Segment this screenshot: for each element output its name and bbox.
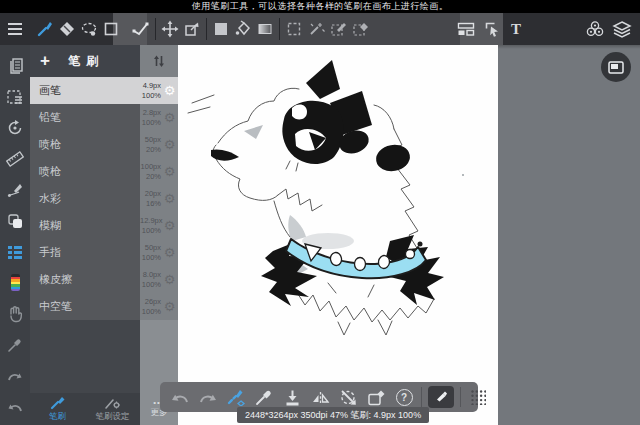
pen-nib-icon bbox=[6, 181, 24, 199]
brush-settings-gear[interactable]: ⚙ bbox=[161, 110, 178, 125]
rectangle-icon bbox=[102, 20, 120, 38]
pen-tool-button[interactable] bbox=[4, 179, 26, 200]
select-pen-icon bbox=[329, 20, 347, 38]
brush-settings-gear[interactable]: ⚙ bbox=[161, 299, 178, 314]
marquee-select-button[interactable] bbox=[283, 16, 305, 42]
brush-tool-button[interactable] bbox=[34, 16, 56, 42]
redo-arrow-icon bbox=[198, 390, 218, 405]
brush-panel-tabs: 笔刷 笔刷设定 ••• 更多 bbox=[30, 393, 178, 425]
brush-row[interactable]: 模糊 12.9px100% ⚙ bbox=[30, 212, 178, 239]
dashed-square-icon bbox=[285, 20, 303, 38]
eraser-tool-button[interactable] bbox=[56, 16, 78, 42]
gradient-tool-button[interactable] bbox=[254, 16, 276, 42]
brush-row[interactable]: 水彩 20px16% ⚙ bbox=[30, 185, 178, 212]
layers-icon bbox=[612, 20, 632, 39]
brush-settings-gear[interactable]: ⚙ bbox=[161, 272, 178, 287]
brush-settings-gear[interactable]: ⚙ bbox=[161, 137, 178, 152]
color-bar-button[interactable] bbox=[4, 272, 26, 293]
ruler-button[interactable] bbox=[4, 148, 26, 169]
brush-settings-gear[interactable]: ⚙ bbox=[161, 191, 178, 206]
brush-list-icon bbox=[6, 244, 24, 260]
tab-brush-settings[interactable]: 笔刷设定 bbox=[85, 393, 140, 425]
bucket-icon bbox=[234, 20, 252, 38]
select-eraser-button[interactable] bbox=[349, 16, 371, 42]
reset-rotation-icon bbox=[339, 388, 357, 406]
layers-button[interactable] bbox=[608, 16, 636, 42]
hamburger-icon bbox=[6, 22, 24, 36]
brush-settings-gear[interactable]: ⚙ bbox=[161, 164, 178, 179]
pages-button[interactable] bbox=[4, 55, 26, 76]
brush-row[interactable]: 手指 50px100% ⚙ bbox=[30, 239, 178, 266]
brush-list-button[interactable] bbox=[4, 241, 26, 262]
rectangle-tool-button[interactable] bbox=[100, 16, 122, 42]
eraser-diamond-icon bbox=[58, 20, 76, 38]
brush-row[interactable]: 喷枪 100px20% ⚙ bbox=[30, 158, 178, 185]
brush-panel-header: + 笔刷 bbox=[30, 45, 178, 77]
tab-brush-settings-icon bbox=[104, 396, 122, 410]
clear-export-icon bbox=[367, 389, 386, 406]
select-pen-button[interactable] bbox=[327, 16, 349, 42]
pointer-tool-button[interactable] bbox=[481, 16, 503, 42]
undo-arrow-icon bbox=[6, 400, 24, 414]
toolbar-divider bbox=[421, 387, 422, 407]
status-bar: 2448*3264px 350dpi 47% 笔刷: 4.9px 100% bbox=[237, 407, 429, 423]
brush-row[interactable]: 铅笔 2.8px100% ⚙ bbox=[30, 104, 178, 131]
color-bar-icon bbox=[11, 274, 20, 291]
lasso-tool-button[interactable] bbox=[78, 16, 100, 42]
sort-arrows-icon bbox=[152, 54, 166, 68]
color-palette-button[interactable] bbox=[582, 16, 608, 42]
text-tool-button[interactable]: T bbox=[505, 16, 527, 42]
magic-wand-button[interactable] bbox=[305, 16, 327, 42]
help-icon: ? bbox=[396, 389, 413, 406]
fill-rectangle-button[interactable] bbox=[210, 16, 232, 42]
brush-row[interactable]: 喷枪 50px20% ⚙ bbox=[30, 131, 178, 158]
undo-button[interactable] bbox=[166, 384, 194, 410]
select-menu-button[interactable] bbox=[4, 86, 26, 107]
left-sidebar bbox=[0, 45, 30, 425]
filled-square-icon bbox=[212, 20, 230, 38]
hand-tool-button[interactable] bbox=[4, 303, 26, 324]
brush-settings-gear[interactable]: ⚙ bbox=[161, 218, 178, 233]
sort-brushes-button[interactable] bbox=[140, 45, 178, 77]
tab-brush[interactable]: 笔刷 bbox=[30, 393, 85, 425]
brush-row[interactable]: 画笔 4.9px100% ⚙ bbox=[30, 77, 178, 104]
canvas-artwork bbox=[178, 45, 498, 425]
brush-settings-gear[interactable]: ⚙ bbox=[161, 245, 178, 260]
overlap-squares-icon bbox=[6, 212, 24, 230]
transform-tool-button[interactable] bbox=[181, 16, 203, 42]
navigator-window-icon bbox=[608, 61, 624, 74]
sidebar-eyedropper-button[interactable] bbox=[4, 334, 26, 355]
drawing-canvas[interactable] bbox=[178, 45, 498, 425]
add-brush-button[interactable]: + bbox=[30, 51, 60, 71]
status-text: 2448*3264px 350dpi 47% 笔刷: 4.9px 100% bbox=[245, 410, 421, 420]
toolbar-divider bbox=[460, 387, 461, 407]
flip-horizontal-icon bbox=[311, 390, 330, 405]
sidebar-undo-button[interactable] bbox=[4, 396, 26, 417]
sidebar-redo-button[interactable] bbox=[4, 365, 26, 386]
rotate-canvas-button[interactable] bbox=[4, 117, 26, 138]
pen-mode-button[interactable] bbox=[425, 384, 457, 410]
pointer-icon bbox=[483, 20, 501, 38]
paint-bucket-button[interactable] bbox=[232, 16, 254, 42]
move-tool-button[interactable] bbox=[159, 16, 181, 42]
top-toolbar: T bbox=[0, 13, 640, 45]
hand-icon bbox=[7, 305, 23, 323]
eyedropper-icon bbox=[7, 337, 23, 353]
select-menu-icon bbox=[6, 89, 24, 105]
transform-icon bbox=[183, 20, 201, 38]
brush-toggle-icon bbox=[226, 388, 246, 406]
brush-list-empty-area bbox=[30, 320, 178, 393]
brush-row[interactable]: 橡皮擦 8.0px100% ⚙ bbox=[30, 266, 178, 293]
medibang-paint-app: { "notice": { "text": "使用笔刷工具，可以选择各种各样的笔… bbox=[0, 0, 640, 425]
brush-row[interactable]: 中空笔 26px100% ⚙ bbox=[30, 293, 178, 320]
divide-window-button[interactable] bbox=[455, 16, 477, 42]
menu-button[interactable] bbox=[0, 16, 30, 42]
polyline-select-button[interactable] bbox=[130, 16, 152, 42]
drag-handle[interactable] bbox=[464, 384, 492, 410]
redo-button[interactable] bbox=[194, 384, 222, 410]
snapshot-squares-button[interactable] bbox=[4, 210, 26, 231]
tab-brush-icon bbox=[50, 396, 66, 410]
rotate-icon bbox=[6, 119, 24, 137]
navigator-button[interactable] bbox=[601, 52, 631, 82]
brush-settings-gear[interactable]: ⚙ bbox=[161, 83, 178, 98]
